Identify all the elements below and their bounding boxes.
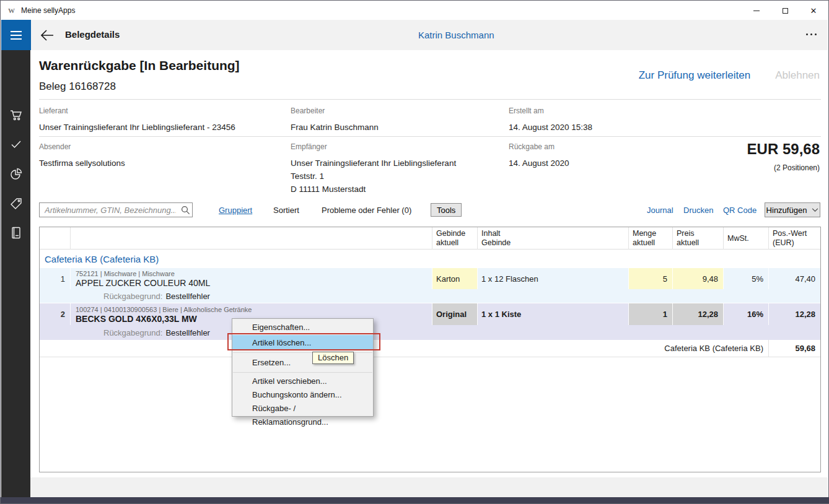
return-reason-row: Rückgabegrund: Bestellfehler bbox=[40, 289, 820, 303]
total-amount: EUR 59,68 bbox=[747, 141, 820, 158]
article-meta: 100274 | 04100130900563 | Biere | Alkoho… bbox=[76, 305, 252, 315]
user-name-link[interactable]: Katrin Buschmann bbox=[418, 30, 494, 40]
bottom-bar bbox=[1, 497, 829, 503]
sidebar-item-cart[interactable] bbox=[9, 108, 24, 123]
minimize-button[interactable] bbox=[742, 1, 771, 20]
position-count: (2 Positionen) bbox=[747, 163, 820, 172]
field-label: Erstellt am bbox=[509, 106, 592, 115]
table-row[interactable]: 1 752121 | Mischware | Mischware APPEL Z… bbox=[40, 268, 820, 289]
col-menge-aktuell: Mengeaktuell bbox=[629, 227, 673, 250]
group-footer-label: Cafeteria KB (Cafeteria KB) bbox=[40, 340, 769, 357]
sidebar-item-catalog[interactable] bbox=[9, 225, 24, 240]
group-footer-sum: 59,68 bbox=[769, 340, 820, 357]
positions-table: Gebindeaktuell InhaltGebinde Mengeaktuel… bbox=[39, 227, 821, 472]
sidebar-item-offers[interactable] bbox=[9, 196, 24, 211]
cell-gebinde[interactable]: Karton bbox=[432, 268, 478, 289]
hamburger-menu-button[interactable] bbox=[1, 20, 31, 50]
drucken-link[interactable]: Drucken bbox=[683, 206, 713, 215]
footer-strip bbox=[30, 477, 828, 498]
journal-link[interactable]: Journal bbox=[647, 206, 673, 215]
document-title: Warenrückgabe [In Bearbeitung] bbox=[39, 58, 240, 73]
tooltip-loeschen: Löschen bbox=[312, 352, 354, 364]
cell-gebinde[interactable]: Original bbox=[432, 303, 478, 325]
sidebar bbox=[1, 50, 30, 497]
reason-label: Rückgabegrund: bbox=[103, 292, 162, 301]
row-number: 1 bbox=[40, 268, 71, 289]
menu-item-buchungskonto-aendern[interactable]: Buchungskonto ändern... bbox=[232, 388, 373, 402]
back-button[interactable] bbox=[38, 27, 56, 43]
cell-inhalt[interactable]: 1 x 12 Flaschen bbox=[478, 268, 629, 289]
tab-sortiert[interactable]: Sortiert bbox=[273, 206, 299, 215]
empfaenger-line2: Teststr. 1 bbox=[291, 170, 456, 183]
col-inhalt-gebinde: InhaltGebinde bbox=[478, 227, 629, 250]
document-actions: Zur Prüfung weiterleiten Ablehnen bbox=[639, 69, 820, 82]
cell-inhalt[interactable]: 1 x 1 Kiste bbox=[478, 303, 629, 325]
close-button[interactable]: ✕ bbox=[799, 1, 828, 20]
menu-item-artikel-loeschen[interactable]: Artikel löschen... bbox=[232, 335, 373, 350]
field-label: Bearbeiter bbox=[291, 106, 379, 115]
empfaenger-line3: D 11111 Musterstadt bbox=[291, 183, 456, 196]
cell-menge[interactable]: 1 bbox=[629, 303, 673, 325]
search-icon[interactable] bbox=[178, 205, 192, 215]
tab-gruppiert[interactable]: Gruppiert bbox=[219, 206, 252, 215]
col-mwst: MwSt. bbox=[724, 227, 769, 250]
col-nr bbox=[40, 227, 71, 250]
col-gebinde-aktuell: Gebindeaktuell bbox=[432, 227, 478, 250]
sidebar-item-tasks[interactable] bbox=[9, 137, 24, 152]
tag-icon bbox=[9, 196, 24, 211]
field-value: Unser Trainingslieferant Ihr Lieblingsli… bbox=[291, 157, 456, 196]
hinzufuegen-button[interactable]: Hinzufügen bbox=[765, 202, 820, 217]
reason-label: Rückgabegrund: bbox=[103, 328, 162, 337]
titlebar: W Meine sellyApps ✕ bbox=[1, 1, 828, 20]
cell-menge[interactable]: 5 bbox=[629, 268, 673, 289]
cell-pos-wert: 12,28 bbox=[769, 303, 820, 325]
return-reason-row: Rückgabegrund: Bestellfehler bbox=[40, 325, 820, 340]
checkmark-icon bbox=[9, 137, 24, 152]
sidebar-item-statistics[interactable] bbox=[9, 167, 24, 181]
col-artikel bbox=[71, 227, 432, 250]
divider bbox=[39, 136, 821, 137]
group-header[interactable]: Cafeteria KB (Cafeteria KB) bbox=[40, 250, 820, 268]
menu-item-eigenschaften[interactable]: Eigenschaften... bbox=[232, 319, 373, 335]
app-header: Belegdetails Katrin Buschmann bbox=[1, 20, 828, 50]
field-label: Lieferant bbox=[39, 106, 235, 115]
cell-preis[interactable]: 12,28 bbox=[673, 303, 724, 325]
window-controls: ✕ bbox=[742, 1, 828, 20]
context-menu: Eigenschaften... Artikel löschen... Erse… bbox=[232, 318, 374, 417]
col-preis-aktuell: Preisaktuell bbox=[673, 227, 724, 250]
field-absender: Absender Testfirma sellysolutions bbox=[39, 142, 125, 170]
menu-item-rueckgabe-reklamationsgrund[interactable]: Rückgabe- / Reklamationsgrund... bbox=[232, 402, 373, 415]
maximize-button[interactable] bbox=[771, 1, 799, 20]
article-search bbox=[39, 202, 193, 217]
page-title: Belegdetails bbox=[65, 29, 120, 40]
document-number: Beleg 16168728 bbox=[39, 80, 116, 93]
search-input[interactable] bbox=[40, 206, 178, 215]
more-options-icon[interactable] bbox=[806, 28, 817, 40]
article-description: 752121 | Mischware | Mischware APPEL ZUC… bbox=[71, 268, 432, 289]
cell-mwst: 5% bbox=[724, 268, 769, 289]
field-value: 14. August 2020 bbox=[509, 157, 569, 170]
tab-probleme-oder-fehler[interactable]: Probleme oder Fehler (0) bbox=[322, 206, 411, 215]
back-arrow-icon bbox=[40, 29, 54, 41]
reject-button[interactable]: Ablehnen bbox=[775, 69, 820, 82]
row-number: 2 bbox=[40, 303, 71, 325]
qr-code-link[interactable]: QR Code bbox=[723, 206, 757, 215]
close-icon: ✕ bbox=[810, 7, 817, 15]
menu-item-artikel-verschieben[interactable]: Artikel verschieben... bbox=[232, 375, 373, 388]
app-icon: W bbox=[7, 6, 16, 15]
field-label: Empfänger bbox=[291, 142, 456, 151]
cell-pos-wert: 47,40 bbox=[769, 268, 820, 289]
forward-for-review-button[interactable]: Zur Prüfung weiterleiten bbox=[639, 69, 750, 82]
table-header-row: Gebindeaktuell InhaltGebinde Mengeaktuel… bbox=[40, 227, 820, 250]
menu-separator bbox=[233, 372, 372, 373]
cell-preis[interactable]: 9,48 bbox=[673, 268, 724, 289]
field-label: Absender bbox=[39, 142, 125, 151]
field-rueckgabe-am: Rückgabe am 14. August 2020 bbox=[509, 142, 569, 170]
tools-button[interactable]: Tools bbox=[431, 203, 462, 217]
article-name: APPEL ZUCKER COULEUR 40ML bbox=[76, 279, 210, 288]
article-meta: 752121 | Mischware | Mischware bbox=[76, 269, 175, 279]
document-total: EUR 59,68 (2 Positionen) bbox=[747, 141, 820, 172]
table-row-selected[interactable]: 2 100274 | 04100130900563 | Biere | Alko… bbox=[40, 303, 820, 325]
col-pos-wert: Pos.-Wert(EUR) bbox=[769, 227, 820, 250]
minimize-icon bbox=[753, 11, 760, 11]
